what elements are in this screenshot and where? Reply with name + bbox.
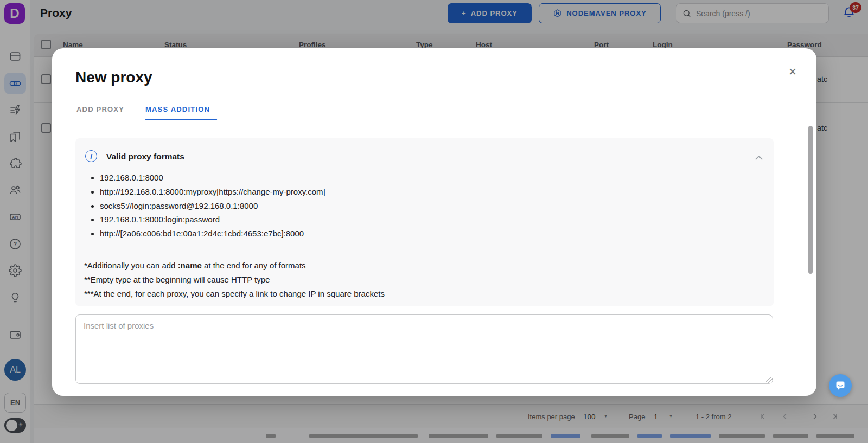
tab-add-proxy[interactable]: ADD PROXY [76,105,124,113]
format-item: 192.168.0.1:8000:login:password [100,213,326,227]
format-item: socks5://login:password@192.168.0.1:8000 [100,199,326,213]
valid-formats-panel: i Valid proxy formats 192.168.0.1:8000 h… [75,138,774,306]
chat-widget-button[interactable] [829,374,852,397]
valid-formats-title: Valid proxy formats [106,152,184,162]
proxy-list-textarea[interactable] [75,314,773,384]
close-icon[interactable]: ✕ [784,63,801,80]
format-item: http://192.168.0.1:8000:myproxy[https://… [100,185,326,199]
modal-scrollbar[interactable] [808,126,813,274]
new-proxy-modal: ✕ New proxy ADD PROXY MASS ADDITION i Va… [52,48,816,396]
screen: D API ? A [0,0,868,443]
active-tab-underline [145,119,217,120]
tab-mass-addition[interactable]: MASS ADDITION [145,105,210,113]
format-notes: *Additionally you can add :name at the e… [84,259,385,301]
note-line-3: ***At the end, for each proxy, you can s… [84,287,385,301]
chevron-up-icon[interactable] [752,151,765,164]
format-list: 192.168.0.1:8000 http://192.168.0.1:8000… [91,171,326,241]
chat-bubble-icon [834,379,847,392]
textarea-resize-handle[interactable] [766,377,773,383]
modal-title: New proxy [75,69,152,86]
info-icon: i [85,150,97,162]
format-item: 192.168.0.1:8000 [100,171,326,185]
modal-tabs: ADD PROXY MASS ADDITION [52,101,816,120]
note-line-2: **Empty type at the beginning will cause… [84,273,385,287]
note-line-1: *Additionally you can add :name at the e… [84,259,385,273]
format-item: http://[2a06:c006:bd1e:00a1:2d4c:1cbd:46… [100,227,326,241]
